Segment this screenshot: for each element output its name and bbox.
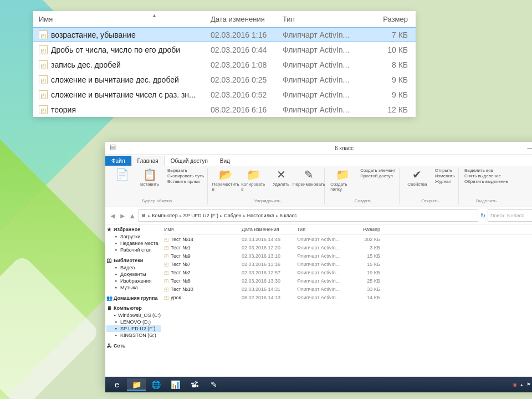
- copy-button[interactable]: 📄: [110, 168, 134, 187]
- tray-flag-icon[interactable]: ⚑: [526, 382, 531, 387]
- file-row[interactable]: ◰Тест №102.03.2016 12:20Флипчарт ActivIn…: [162, 243, 532, 252]
- ribbon-group-open: ✔Свойства Открыть Изменить Журнал Открыт…: [404, 168, 459, 204]
- minimize-button[interactable]: —: [520, 142, 532, 154]
- sidebar-item[interactable]: ▪Видео: [106, 264, 161, 271]
- window-title: 6 класс: [105, 145, 532, 151]
- taskbar-app[interactable]: 📊: [166, 378, 185, 391]
- taskbar-app[interactable]: 📁: [127, 378, 146, 391]
- refresh-button[interactable]: ↻: [480, 212, 485, 219]
- col-name[interactable]: Имя: [33, 15, 211, 23]
- file-name: Дробь от числа, число по его дроби: [51, 45, 180, 54]
- sidebar-item[interactable]: ▪SP UFD U2 (F:): [106, 325, 161, 332]
- file-row[interactable]: ◰Тест №902.03.2016 13:10Флипчарт ActivIn…: [162, 252, 532, 260]
- col-size[interactable]: Размер: [347, 227, 386, 232]
- flipchart-icon: ◰: [164, 278, 169, 284]
- flipchart-icon: ◰: [39, 45, 48, 54]
- sidebar-item[interactable]: ▪Недавние места: [106, 240, 161, 247]
- col-type[interactable]: Тип: [283, 15, 357, 23]
- col-date[interactable]: Дата изменения: [211, 15, 283, 23]
- titlebar[interactable]: ▤ 6 класс — ▢ ✕: [105, 142, 532, 155]
- sidebar-item[interactable]: ▪KINGSTON (G:): [106, 332, 161, 339]
- file-name: теория: [51, 105, 76, 114]
- up-button[interactable]: ▲: [129, 212, 136, 220]
- sidebar-item[interactable]: ▪Загрузки: [106, 233, 161, 240]
- file-size: 8 КБ: [357, 60, 416, 69]
- invert-selection-button[interactable]: Обратить выделение: [464, 179, 508, 184]
- file-row[interactable]: ◰Тест №1002.03.2016 14:31Флипчарт ActivI…: [162, 285, 532, 293]
- file-row[interactable]: ◰Тест №1402.03.2016 14:48Флипчарт ActivI…: [162, 235, 532, 243]
- delete-button[interactable]: ✕Удалить: [269, 168, 293, 192]
- file-date: 02.03.2016 1:08: [211, 60, 283, 69]
- file-row[interactable]: ◰Тест №802.03.2016 13:30Флипчарт ActivIn…: [162, 277, 532, 285]
- taskbar: e📁🌐📊📽✎ ◉ ▴ ⚑ ▯ 🔊 РУС 14:48 08.03.2016: [105, 377, 532, 392]
- breadcrumb[interactable]: 🖥 ▸Компьютер▸SP UFD U2 (F:)▸Сабден▸Насто…: [139, 209, 478, 222]
- select-none-button[interactable]: Снять выделение: [464, 173, 508, 178]
- history-button[interactable]: Журнал: [435, 179, 455, 184]
- crumb-segment[interactable]: 6 класс: [280, 213, 297, 218]
- paste-button[interactable]: 📋Вставить: [137, 168, 162, 187]
- file-type: Флипчарт ActivIn...: [283, 105, 357, 114]
- crumb-segment[interactable]: SP UFD U2 (F:): [183, 213, 218, 218]
- file-row[interactable]: ◰сложение и вычитание дес. дробей02.03.2…: [33, 72, 416, 87]
- new-folder-button[interactable]: 📁Создать папку: [330, 168, 355, 192]
- rename-button[interactable]: ✎Переименовать: [296, 168, 321, 192]
- properties-button[interactable]: ✔Свойства: [405, 168, 429, 187]
- crumb-segment[interactable]: Настопилка: [247, 213, 274, 218]
- file-row[interactable]: ◰возрастание, убывание02.03.2016 1:16Фли…: [33, 27, 416, 42]
- file-size: 10 КБ: [357, 45, 416, 54]
- copy-path-button[interactable]: Скопировать путь: [167, 173, 204, 178]
- flipchart-icon: ◰: [164, 262, 169, 267]
- col-date[interactable]: Дата изменения: [242, 227, 297, 232]
- copy-to-button[interactable]: 📁Копировать в: [241, 168, 265, 192]
- tray-up-icon[interactable]: ▴: [520, 382, 523, 387]
- crumb-segment[interactable]: Компьютер: [152, 213, 178, 218]
- taskbar-app[interactable]: ✎: [204, 378, 223, 391]
- file-row[interactable]: ◰Дробь от числа, число по его дроби02.03…: [33, 42, 416, 57]
- flipchart-icon: ◰: [39, 60, 48, 69]
- file-type: Флипчарт ActivIn...: [297, 295, 347, 300]
- file-row[interactable]: ◰Тест №202.03.2016 12:57Флипчарт ActivIn…: [162, 268, 532, 277]
- sidebar-section[interactable]: ★Избранное: [106, 227, 161, 232]
- sidebar-item[interactable]: ▪Рабочий стол: [106, 247, 161, 253]
- taskbar-app[interactable]: 🌐: [146, 378, 165, 391]
- rename-icon: ✎: [304, 168, 314, 181]
- paste-shortcut-button[interactable]: Вставить ярлык: [167, 179, 204, 184]
- flipchart-icon: ◰: [39, 90, 48, 99]
- file-row[interactable]: ◰урок08.02.2016 14:13Флипчарт ActivIn...…: [162, 293, 532, 301]
- search-input[interactable]: Поиск: 6 класс: [488, 209, 532, 222]
- file-row[interactable]: ◰сложение и вычитание чисел с раз. зн...…: [33, 87, 416, 102]
- tab-view[interactable]: Вид: [214, 156, 236, 166]
- tab-file[interactable]: Файл: [105, 156, 131, 166]
- sidebar-section[interactable]: 🕮Библиотеки: [106, 258, 161, 263]
- tab-home[interactable]: Главная: [131, 156, 165, 166]
- sidebar-item[interactable]: ▪Windows8_OS (C:): [106, 312, 161, 319]
- open-button[interactable]: Открыть: [435, 168, 455, 173]
- move-to-button[interactable]: 📂Переместить в: [213, 168, 238, 192]
- sidebar-section[interactable]: 🖧Сеть: [106, 343, 161, 349]
- sidebar-item[interactable]: ▪Документы: [106, 271, 161, 278]
- sidebar-item[interactable]: ▪Музыка: [106, 284, 161, 291]
- cut-button[interactable]: Вырезать: [167, 168, 204, 173]
- col-name[interactable]: Имя: [162, 227, 242, 232]
- col-type[interactable]: Тип: [297, 227, 347, 232]
- back-button[interactable]: ◄: [109, 212, 116, 220]
- sidebar-item[interactable]: ▪LENOVO (D:): [106, 319, 161, 325]
- easy-access-button[interactable]: Простой доступ: [360, 173, 396, 178]
- tray-action-center-icon[interactable]: ◉: [513, 382, 517, 387]
- col-size[interactable]: Размер: [357, 15, 416, 23]
- file-row[interactable]: ◰Тест №702.03.2016 13:16Флипчарт ActivIn…: [162, 260, 532, 268]
- file-row[interactable]: ◰запись дес. дробей02.03.2016 1:08Флипча…: [33, 57, 416, 72]
- new-item-button[interactable]: Создать элемент: [360, 168, 396, 173]
- taskbar-app[interactable]: e: [108, 378, 126, 391]
- select-all-button[interactable]: Выделить все: [464, 168, 508, 173]
- file-row[interactable]: ◰теория08.02.2016 6:16Флипчарт ActivIn..…: [33, 102, 416, 117]
- sidebar-section[interactable]: 🖥Компьютер: [106, 305, 161, 311]
- crumb-segment[interactable]: Сабден: [224, 213, 242, 218]
- sidebar-section[interactable]: 👥Домашняя группа: [106, 295, 161, 301]
- sidebar-item[interactable]: ▪Изображения: [106, 278, 161, 284]
- tab-share[interactable]: Общий доступ: [165, 156, 214, 166]
- file-date: 02.03.2016 13:30: [242, 278, 297, 284]
- forward-button[interactable]: ►: [119, 212, 126, 220]
- taskbar-app[interactable]: 📽: [185, 378, 204, 391]
- edit-button[interactable]: Изменить: [435, 173, 455, 178]
